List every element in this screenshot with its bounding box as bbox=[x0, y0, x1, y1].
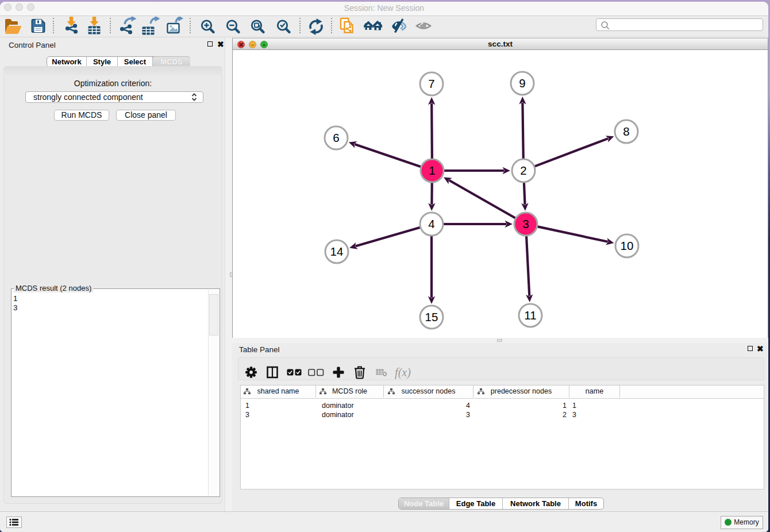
svg-text:4: 4 bbox=[428, 217, 434, 230]
svg-text:8: 8 bbox=[623, 125, 629, 138]
svg-text:15: 15 bbox=[425, 310, 438, 323]
svg-text:10: 10 bbox=[621, 239, 634, 252]
svg-text:1: 1 bbox=[429, 164, 435, 177]
svg-text:3: 3 bbox=[522, 217, 529, 230]
svg-text:7: 7 bbox=[428, 77, 434, 90]
svg-text:6: 6 bbox=[333, 131, 339, 144]
svg-text:9: 9 bbox=[519, 76, 525, 90]
svg-text:2: 2 bbox=[520, 164, 526, 177]
svg-text:11: 11 bbox=[524, 309, 536, 322]
svg-text:14: 14 bbox=[330, 245, 344, 258]
svg-text:f(x): f(x) bbox=[395, 366, 411, 379]
